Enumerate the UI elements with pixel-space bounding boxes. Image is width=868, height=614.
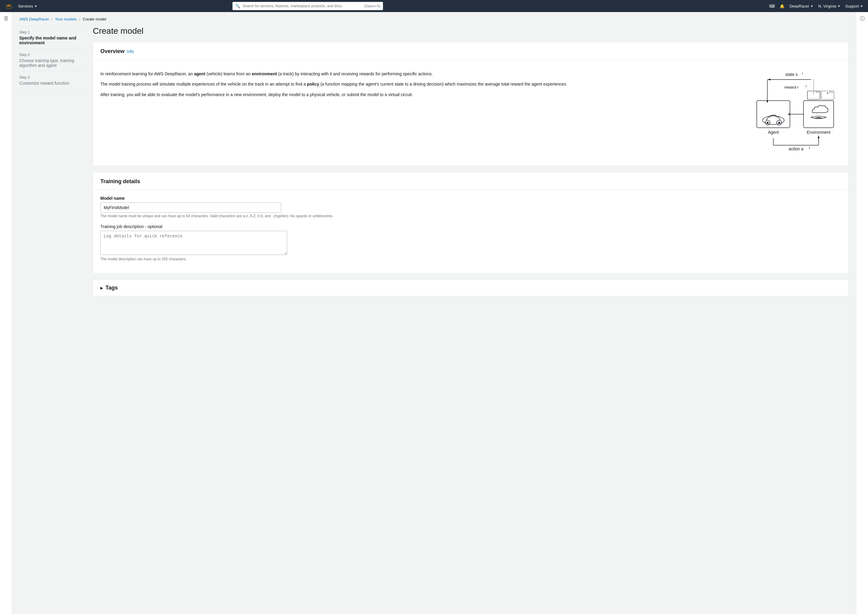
overview-p3: After training, you will be able to eval… [100, 91, 735, 98]
services-chevron-icon: ▼ [34, 5, 37, 8]
main-content: Create model Overview Info In reinforcem… [93, 26, 849, 302]
svg-marker-32 [787, 113, 790, 115]
region-label: N. Virginia [818, 4, 836, 8]
services-label: Services [18, 4, 33, 8]
svg-text:t+1: t+1 [829, 91, 833, 93]
svg-marker-3 [767, 79, 770, 81]
svg-text:t: t [806, 85, 806, 88]
rl-diagram: state s t reward r t r [745, 70, 841, 155]
services-button[interactable]: Services ▼ [18, 4, 37, 8]
overview-title: Overview Info [100, 48, 841, 54]
user-chevron-icon: ▼ [811, 5, 814, 8]
model-name-hint: The model name must be unique and can ha… [100, 214, 841, 218]
breadcrumb-current: Create model [82, 17, 106, 22]
breadcrumb: AWS DeepRacer › Your models › Create mod… [19, 17, 849, 22]
breadcrumb-sep-1: › [51, 17, 53, 22]
svg-text:s: s [827, 91, 829, 95]
user-label: DeepRacer [789, 4, 809, 8]
overview-info-link[interactable]: Info [127, 49, 134, 54]
svg-text:t: t [809, 146, 810, 150]
tags-header[interactable]: ▶ Tags [93, 280, 848, 296]
step-2-number: Step 2 [19, 53, 85, 57]
description-label: Training job description - optional [100, 224, 841, 229]
svg-point-15 [762, 116, 784, 124]
sidebar-toggle: ☰ [0, 12, 12, 614]
page-title: Create model [93, 26, 849, 36]
breadcrumb-parent[interactable]: Your models [55, 17, 77, 22]
top-navigation: Services ▼ 🔍 [Option+S] ⌨ 🔔 DeepRacer ▼ … [0, 0, 868, 12]
svg-text:action a: action a [789, 146, 803, 151]
search-icon: 🔍 [235, 4, 240, 8]
svg-text:t: t [802, 72, 803, 75]
overview-p1: In reinforcement learning for AWS DeepRa… [100, 70, 735, 77]
step-2-title: Choose training type, training algorithm… [19, 58, 85, 68]
support-chevron-icon: ▼ [860, 5, 863, 8]
svg-marker-30 [766, 101, 768, 103]
svg-text:reward r: reward r [784, 85, 799, 90]
description-hint: The model description can have up to 255… [100, 257, 841, 261]
training-details-title-text: Training details [100, 178, 140, 185]
breadcrumb-root[interactable]: AWS DeepRacer [19, 17, 49, 22]
description-group: Training job description - optional The … [100, 224, 841, 261]
overview-p2: The model training process will simulate… [100, 81, 735, 87]
info-icon[interactable]: ⓘ [860, 16, 865, 22]
tags-card: ▶ Tags [93, 279, 849, 296]
overview-text: In reinforcement learning for AWS DeepRa… [100, 70, 735, 155]
model-name-group: Model name The model name must be unique… [100, 196, 841, 218]
tags-title: Tags [106, 285, 118, 291]
step-3: Step 3 Customize reward function [19, 72, 85, 90]
step-1-title: Specify the model name and environment [19, 36, 85, 45]
training-details-body: Model name The model name must be unique… [93, 190, 848, 273]
svg-text:state s: state s [785, 72, 798, 77]
svg-marker-26 [818, 135, 820, 138]
notifications-icon[interactable]: 🔔 [780, 4, 784, 8]
model-name-label: Model name [100, 196, 841, 201]
user-menu[interactable]: DeepRacer ▼ [789, 4, 814, 8]
region-chevron-icon: ▼ [838, 5, 840, 8]
svg-rect-14 [757, 101, 790, 128]
nav-right: ⌨ 🔔 DeepRacer ▼ N. Virginia ▼ Support ▼ [769, 4, 863, 8]
content-layout: Step 1 Specify the model name and enviro… [19, 26, 849, 302]
search-shortcut: [Option+S] [364, 4, 380, 8]
tags-expand-icon: ▶ [100, 286, 103, 290]
overview-card: Overview Info In reinforcement learning … [93, 42, 849, 166]
support-label: Support [845, 4, 859, 8]
region-menu[interactable]: N. Virginia ▼ [818, 4, 840, 8]
svg-text:Environment: Environment [807, 130, 831, 135]
step-2: Step 2 Choose training type, training al… [19, 49, 85, 72]
step-3-number: Step 3 [19, 75, 85, 79]
steps-navigation: Step 1 Specify the model name and enviro… [19, 26, 85, 302]
step-1-number: Step 1 [19, 30, 85, 34]
step-1: Step 1 Specify the model name and enviro… [19, 26, 85, 49]
info-panel: ⓘ [856, 12, 868, 614]
svg-rect-21 [803, 101, 834, 128]
svg-point-17 [767, 122, 769, 124]
svg-text:t+1: t+1 [816, 91, 820, 93]
training-details-header: Training details [93, 172, 848, 190]
svg-point-19 [778, 122, 780, 124]
aws-logo [5, 3, 14, 9]
search-bar: 🔍 [Option+S] [232, 2, 383, 10]
svg-text:...: ... [812, 96, 815, 99]
training-details-card: Training details Model name The model na… [93, 172, 849, 274]
search-input[interactable] [242, 4, 362, 8]
overview-inner: In reinforcement learning for AWS DeepRa… [100, 66, 841, 160]
overview-card-body: In reinforcement learning for AWS DeepRa… [93, 60, 848, 166]
model-name-input[interactable] [100, 202, 281, 213]
console-icon[interactable]: ⌨ [769, 4, 775, 8]
overview-title-text: Overview [100, 48, 124, 54]
svg-text:Agent: Agent [768, 130, 779, 135]
svg-text:r: r [813, 91, 814, 95]
hamburger-icon[interactable]: ☰ [4, 16, 8, 22]
step-3-title: Customize reward function [19, 81, 85, 85]
breadcrumb-sep-2: › [79, 17, 80, 22]
overview-card-header: Overview Info [93, 42, 848, 60]
support-menu[interactable]: Support ▼ [845, 4, 863, 8]
training-details-title: Training details [100, 178, 841, 185]
page-wrapper: AWS DeepRacer › Your models › Create mod… [12, 12, 856, 614]
description-textarea[interactable] [100, 231, 287, 255]
